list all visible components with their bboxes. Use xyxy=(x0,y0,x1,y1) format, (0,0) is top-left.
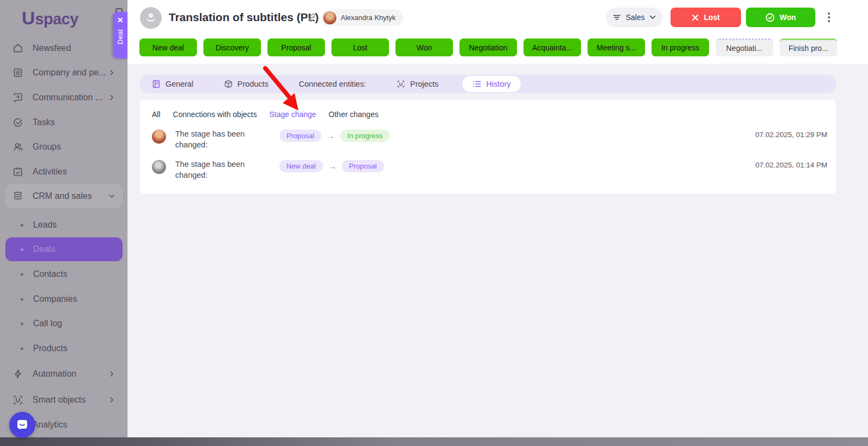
copy-link-icon[interactable] xyxy=(307,12,317,25)
stage-button[interactable]: Meeting s... xyxy=(588,38,645,56)
stage-button[interactable]: In progress xyxy=(652,38,709,56)
sidebar-item-tasks[interactable]: Tasks xyxy=(5,111,123,134)
building-icon xyxy=(12,67,24,79)
sidebar-item-activities[interactable]: Activities xyxy=(5,160,123,184)
history-message: The stage has been changed: xyxy=(175,159,256,180)
tab-label: General xyxy=(165,80,194,88)
general-icon xyxy=(152,80,161,88)
stage-change: Proposal → In progress xyxy=(279,130,390,142)
sidebar-item-crm-and-sales[interactable]: CRM and sales xyxy=(5,184,123,208)
sidebar-item-call-log[interactable]: Call log xyxy=(5,312,123,335)
sidebar-item-deals[interactable]: Deals xyxy=(5,237,123,261)
funnel-select[interactable]: Sales xyxy=(606,8,662,27)
tab-label: Connected entities: xyxy=(299,80,366,88)
sidebar-item-company[interactable]: Company and pe... xyxy=(5,61,123,85)
bullet-icon xyxy=(21,248,23,251)
history-row: The stage has been changed: Proposal → I… xyxy=(152,128,827,154)
bullet-icon xyxy=(21,224,23,227)
bullet-icon xyxy=(21,298,23,301)
owner-chip[interactable]: Alexandra Khytyk xyxy=(321,9,403,26)
filter-connections[interactable]: Connections with objects xyxy=(173,110,257,119)
hand-coins-icon xyxy=(144,11,157,24)
won-button[interactable]: Won xyxy=(746,8,815,27)
tab-general[interactable]: General xyxy=(152,80,194,88)
x-icon xyxy=(692,14,699,21)
sidebar-item-leads[interactable]: Leads xyxy=(5,213,123,237)
sidebar-item-label: Activities xyxy=(33,167,67,177)
sidebar-item-automation[interactable]: Automation xyxy=(5,362,123,386)
filter-other-changes[interactable]: Other changes xyxy=(329,110,379,119)
uspacy-logo[interactable]: U spacy xyxy=(22,8,78,29)
more-options-icon[interactable] xyxy=(824,11,834,24)
sidebar-item-smart-objects[interactable]: Smart objects xyxy=(5,388,123,412)
bullet-icon xyxy=(21,347,23,350)
deal-panel-side-tab[interactable]: ✕ Deal xyxy=(113,12,127,59)
stage-button[interactable]: Acquainta... xyxy=(524,38,581,56)
chat-launcher-button[interactable] xyxy=(9,412,35,438)
deal-type-avatar xyxy=(140,7,162,29)
filter-icon xyxy=(612,14,621,21)
logo-text: spacy xyxy=(35,10,79,28)
chevron-right-icon xyxy=(108,371,115,377)
sidebar-item-companies[interactable]: Companies xyxy=(5,287,123,311)
page-title: Translation of subtitles (PL) xyxy=(169,11,319,24)
avatar xyxy=(152,160,166,174)
history-card: All Connections with objects Stage chang… xyxy=(140,100,836,194)
tab-projects[interactable]: Projects xyxy=(397,80,438,88)
check-circle-icon xyxy=(765,13,775,22)
stage-button[interactable]: Finish pro... xyxy=(780,38,837,56)
chevron-down-icon xyxy=(649,15,656,20)
stage-button[interactable]: Negotiati... xyxy=(716,38,773,56)
chevron-down-icon xyxy=(108,193,115,199)
chevron-right-icon xyxy=(108,69,115,76)
stage-button[interactable]: Lost xyxy=(331,38,389,56)
tab-label: History xyxy=(486,80,510,88)
stage-button[interactable]: Discovery xyxy=(203,38,261,56)
calendar-icon xyxy=(12,166,24,178)
sidebar-item-label: Groups xyxy=(33,142,61,152)
sidebar-item-products[interactable]: Products xyxy=(5,337,123,360)
sidebar-item-communication[interactable]: Communication ... xyxy=(5,86,123,109)
sidebar-item-label: Smart objects xyxy=(33,395,86,405)
sidebar-item-label: Newsfeed xyxy=(33,43,71,53)
sidebar-item-newsfeed[interactable]: Newsfeed xyxy=(5,36,123,60)
stage-badge-from: Proposal xyxy=(279,130,321,142)
stage-badge-to: Proposal xyxy=(342,160,384,172)
tab-products[interactable]: Products xyxy=(224,80,269,88)
timestamp: 07.02.2025, 01:14 PM xyxy=(755,161,827,169)
stage-change: New deal → Proposal xyxy=(279,160,384,172)
chevron-right-icon xyxy=(108,397,115,403)
sidebar-item-contacts[interactable]: Contacts xyxy=(5,262,123,286)
filter-stage-change[interactable]: Stage change xyxy=(269,110,316,119)
funnel-label: Sales xyxy=(626,13,644,22)
products-icon xyxy=(224,80,233,88)
sidebar-item-label: Companies xyxy=(33,294,77,304)
sidebar-item-label: Analytics xyxy=(33,420,67,430)
people-icon xyxy=(12,141,24,153)
chat-bubble-icon xyxy=(16,418,29,431)
sidebar-item-groups[interactable]: Groups xyxy=(5,135,123,159)
smart-objects-icon xyxy=(12,394,24,406)
sidebar: U spacy Newsfeed Company and pe... Commu… xyxy=(0,0,127,446)
stage-button[interactable]: Negotiation xyxy=(459,38,517,56)
stage-button[interactable]: New deal xyxy=(139,38,197,56)
app-window: U spacy Newsfeed Company and pe... Commu… xyxy=(0,0,868,446)
chat-icon xyxy=(12,92,24,104)
sidebar-item-label: Call log xyxy=(33,319,62,328)
tab-history[interactable]: History xyxy=(462,76,521,92)
avatar xyxy=(152,130,166,144)
window-bottom-edge xyxy=(0,437,868,446)
lost-button[interactable]: Lost xyxy=(671,8,741,27)
sidebar-item-label: Contacts xyxy=(33,269,67,279)
history-row: The stage has been changed: New deal → P… xyxy=(152,159,827,185)
task-check-icon xyxy=(12,117,24,128)
tab-label: Products xyxy=(238,80,269,88)
close-icon[interactable]: ✕ xyxy=(117,16,124,24)
filter-all[interactable]: All xyxy=(152,110,161,119)
stage-button[interactable]: Proposal xyxy=(267,38,325,56)
history-message: The stage has been changed: xyxy=(175,128,256,150)
won-label: Won xyxy=(780,13,796,22)
owner-avatar xyxy=(323,11,336,24)
tab-connected-entities[interactable]: Connected entities: xyxy=(299,80,366,88)
stage-button[interactable]: Won xyxy=(395,38,453,56)
